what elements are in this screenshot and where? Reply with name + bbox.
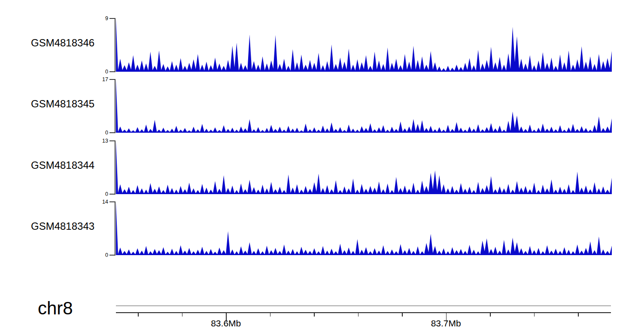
ruler-minor-tick — [182, 313, 183, 317]
genome-browser-view: GSM4818346 9 0 GSM4818345 17 0 GSM481834… — [0, 0, 644, 335]
ruler-minor-tick — [270, 313, 271, 317]
ruler-minor-tick — [138, 313, 139, 317]
ruler-major-tick — [446, 313, 447, 322]
ruler-minor-tick — [358, 313, 359, 317]
ruler-minor-tick — [314, 313, 315, 317]
ruler-gray-line — [116, 305, 611, 306]
ruler-minor-tick — [402, 313, 403, 317]
ruler-minor-tick — [534, 313, 535, 317]
ruler: chr8 83.6Mb 83.7Mb — [0, 0, 644, 335]
ruler-minor-tick — [578, 313, 579, 317]
ruler-minor-tick — [490, 313, 491, 317]
ruler-major-tick — [226, 313, 227, 322]
chromosome-label: chr8 — [38, 298, 73, 319]
ruler-axis-line — [116, 312, 611, 313]
